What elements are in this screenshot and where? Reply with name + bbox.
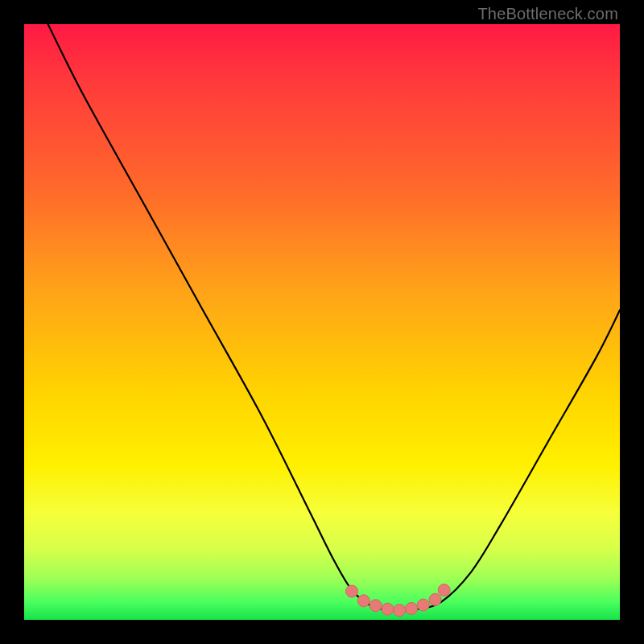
marker-dot [369, 600, 382, 612]
marker-dot [346, 585, 358, 597]
marker-dot [357, 595, 369, 607]
marker-dot [429, 593, 441, 605]
marker-dot [394, 605, 406, 617]
flat-zone-markers [346, 584, 451, 617]
watermark-text: TheBottleneck.com [477, 5, 618, 23]
chart-stage: TheBottleneck.com [0, 0, 644, 644]
marker-dot [417, 599, 429, 611]
marker-dot [382, 603, 394, 615]
plot-area [24, 24, 620, 620]
marker-dot [438, 584, 450, 597]
curve-layer [24, 24, 620, 620]
marker-dot [406, 602, 418, 614]
bottleneck-curve [48, 24, 620, 611]
